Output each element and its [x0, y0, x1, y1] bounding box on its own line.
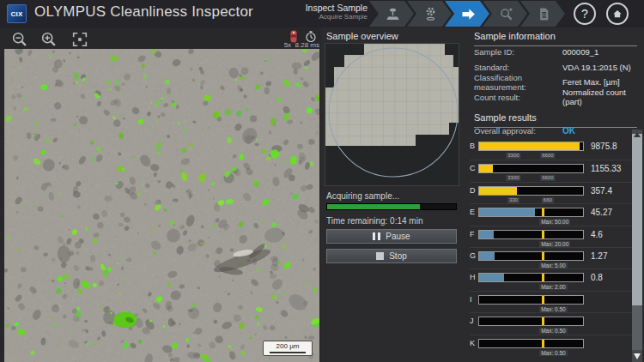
result-bar: Max: 20.00: [478, 230, 584, 239]
help-button[interactable]: ?: [574, 3, 596, 25]
sample-overview-panel: Sample overview Acquiring sample... Time…: [321, 27, 462, 362]
result-bar: Max: 50.00: [478, 208, 584, 217]
result-class-label: C: [470, 164, 478, 181]
scale-tick-label: 660: [542, 197, 554, 203]
scroll-up-icon[interactable]: [634, 132, 641, 137]
wafer-map-graphic: [325, 44, 459, 185]
time-remaining-text: Time remaining: 0:14 min: [326, 216, 422, 226]
cix-logo: CIX: [7, 4, 27, 23]
result-bar: Max: 0.50: [478, 295, 584, 305]
overall-approval-label: Overall approval:: [474, 126, 562, 136]
scale-bar-line: [270, 352, 306, 353]
acquisition-progress-bar: [326, 203, 457, 210]
acquisition-progress-fill: [327, 204, 420, 209]
info-row: Count result:Normalized count (part): [474, 90, 637, 106]
workflow-steps: [369, 1, 565, 27]
help-icon: ?: [581, 7, 588, 21]
scale-tick-label: 6600: [540, 175, 555, 181]
result-bar-fill: [479, 252, 495, 260]
result-value: 45.27: [591, 208, 612, 225]
result-row: HMax: 2.000.8: [470, 268, 633, 290]
info-label: Sample ID:: [474, 47, 562, 57]
sample-overview-map[interactable]: [325, 43, 459, 186]
scale-tick-label: 3300: [506, 175, 520, 181]
info-label: Classification measurement:: [474, 73, 562, 92]
stop-button[interactable]: Stop: [326, 249, 457, 263]
result-bar: Max: 5.00: [478, 251, 584, 261]
result-bar-fill: [479, 187, 517, 195]
stop-button-label: Stop: [389, 251, 407, 261]
result-row: KMax: 0.50: [470, 335, 633, 356]
info-value: 000009_1: [562, 47, 598, 57]
info-label: Standard:: [474, 63, 562, 72]
limit-marker: [542, 252, 544, 260]
result-row: B330066009875.8: [470, 138, 633, 160]
result-row: GMax: 5.001.27: [470, 247, 633, 268]
result-class-label: K: [470, 339, 478, 356]
report-icon: [535, 5, 553, 23]
sample-info-rows: Sample ID:000009_1Standard:VDA 19.1:2015…: [474, 45, 637, 105]
info-row: Sample ID:000009_1: [474, 45, 637, 60]
camera-settings-text: 5x 8.28 ms: [284, 41, 319, 49]
sample-information-title: Sample information: [474, 27, 637, 46]
max-limit-label: Max: 0.50: [539, 350, 568, 356]
result-value: 357.4: [591, 186, 612, 203]
limit-marker: [542, 274, 544, 281]
results-scrollbar[interactable]: [632, 130, 642, 362]
overall-approval-value: OK: [562, 126, 575, 136]
zoom-out-button[interactable]: [10, 30, 29, 49]
info-value: Feret Max. [µm]: [562, 77, 620, 87]
live-image-container: 200 µm: [4, 49, 319, 362]
info-label: Count result:: [474, 93, 562, 102]
result-class-label: F: [470, 230, 478, 247]
result-class-label: G: [470, 251, 478, 268]
result-row: C330066001155.33: [470, 160, 633, 181]
result-class-label: H: [470, 273, 478, 290]
sample-results-panel: Sample information Sample ID:000009_1Sta…: [462, 27, 644, 362]
current-step-label: Inspect Sample Acquire Sample: [306, 3, 368, 21]
scrollbar-track[interactable]: [632, 305, 642, 350]
max-limit-label: Max: 20.00: [539, 241, 570, 247]
result-bar-fill: [479, 231, 494, 238]
result-class-label: J: [470, 317, 478, 334]
result-value: 1.27: [591, 251, 607, 268]
result-value: 9875.8: [591, 142, 617, 160]
fit-to-view-button[interactable]: [70, 30, 89, 49]
gear-icon: [422, 5, 440, 23]
result-bar: Max: 0.50: [478, 317, 584, 326]
specimen-image[interactable]: [4, 49, 319, 362]
result-row: JMax: 0.50: [470, 312, 633, 334]
result-row: IMax: 0.50: [470, 291, 633, 312]
limit-marker: [542, 340, 544, 347]
limit-marker: [542, 296, 544, 304]
overall-approval-row: Overall approval: OK: [474, 124, 637, 137]
max-limit-label: Max: 2.00: [539, 284, 568, 290]
result-bar-fill: [479, 142, 580, 150]
scale-bar-label: 200 µm: [270, 342, 306, 351]
info-value: Normalized count (part): [562, 87, 637, 106]
step-main-label: Inspect Sample: [306, 3, 368, 13]
scale-bar: 200 µm: [263, 341, 313, 356]
arrow-right-icon: [459, 5, 477, 23]
result-class-label: I: [470, 295, 478, 312]
workflow-step-load-sample[interactable]: [369, 1, 414, 27]
home-icon: [611, 7, 624, 21]
pause-button[interactable]: Pause: [326, 229, 457, 244]
result-bar: Max: 0.50: [478, 339, 584, 348]
limit-marker: [542, 317, 544, 325]
image-viewport-area: 5x 8.28 ms 200 µm: [0, 27, 321, 362]
stop-icon: [376, 252, 384, 260]
scroll-down-icon[interactable]: [634, 353, 641, 359]
exposure-value: 8.28 ms: [295, 41, 319, 49]
step-sub-label: Acquire Sample: [306, 13, 368, 21]
scrollbar-thumb[interactable]: [632, 134, 642, 305]
result-class-label: D: [470, 186, 478, 203]
zoom-in-button[interactable]: [39, 30, 58, 49]
home-button[interactable]: [606, 3, 629, 25]
result-bar-fill: [479, 208, 535, 216]
max-limit-label: Max: 0.50: [539, 328, 568, 334]
result-class-label: B: [470, 142, 478, 160]
result-bar-fill: [479, 165, 493, 172]
search-icon: [497, 5, 515, 23]
title-bar: CIX OLYMPUS Cleanliness Inspector Inspec…: [0, 0, 644, 27]
